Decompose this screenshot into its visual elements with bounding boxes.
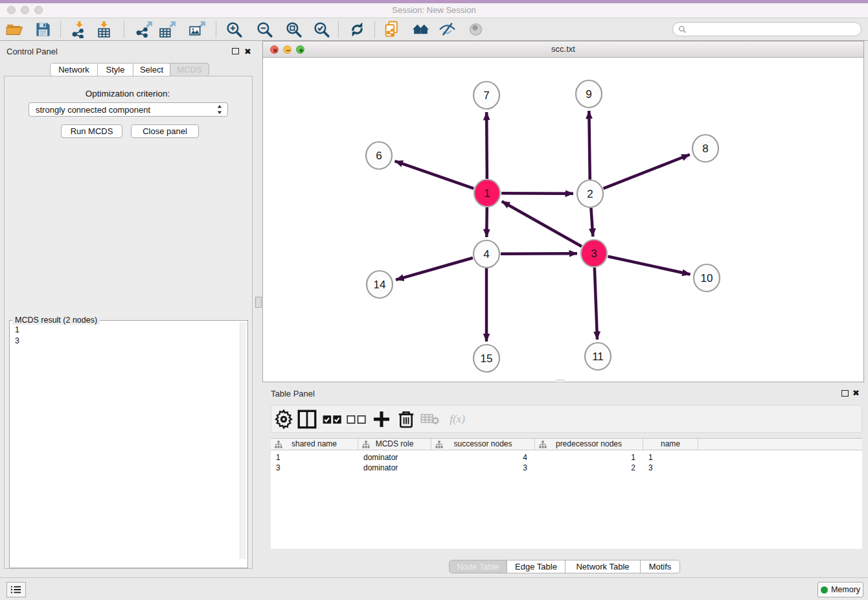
graph-edge-3-10[interactable] (608, 257, 690, 275)
graph-edge-1-6[interactable] (395, 161, 474, 189)
mcds-result-scrollbar[interactable] (240, 322, 246, 559)
run-mcds-button[interactable]: Run MCDS (61, 124, 122, 138)
mcds-result-text[interactable]: 1 3 (10, 321, 247, 568)
graph-node-10[interactable]: 10 (694, 264, 720, 292)
graph-edge-2-3[interactable] (591, 208, 593, 237)
tab-mcds[interactable]: MCDS (170, 63, 209, 76)
table-toolbar: f(x) (271, 405, 862, 433)
tab-node-table[interactable]: Node Table (449, 560, 507, 573)
graph-node-4[interactable]: 4 (474, 240, 499, 268)
tab-select[interactable]: Select (133, 63, 170, 76)
tab-edge-table[interactable]: Edge Table (507, 560, 565, 573)
network-maximize-button[interactable] (296, 45, 304, 54)
show-columns-icon[interactable] (297, 410, 317, 428)
graph-node-9[interactable]: 9 (576, 80, 602, 108)
graph-node-2[interactable]: 2 (577, 180, 603, 207)
graph-edge-3-1[interactable] (502, 202, 582, 246)
graph-node-6[interactable]: 6 (366, 142, 392, 169)
table-settings-gear-icon[interactable] (274, 410, 293, 428)
control-panel-float-icon[interactable] (232, 48, 239, 54)
column-header-predecessor-nodes[interactable]: predecessor nodes (535, 439, 643, 450)
import-table-icon[interactable] (93, 19, 114, 39)
tab-network[interactable]: Network (50, 63, 98, 76)
save-session-icon[interactable] (32, 19, 53, 39)
graph-node-14[interactable]: 14 (367, 271, 393, 298)
graph-edge-4-14[interactable] (396, 258, 473, 280)
graph-node-1[interactable]: 1 (474, 179, 500, 207)
graph-edge-1-2[interactable] (501, 193, 573, 194)
graph-edge-1-7[interactable] (486, 112, 487, 179)
network-window-title: scc.txt (263, 41, 863, 57)
close-window-button[interactable] (7, 6, 16, 14)
svg-text:8: 8 (702, 143, 708, 155)
titlebar: Session: New Session (0, 3, 868, 18)
export-image-icon[interactable] (187, 19, 207, 39)
minimize-window-button[interactable] (21, 6, 29, 14)
refresh-icon[interactable] (347, 19, 367, 39)
delete-row-trash-icon[interactable] (396, 410, 416, 428)
network-resize-grip[interactable] (556, 380, 565, 382)
memory-button[interactable]: Memory (817, 582, 863, 597)
search-field[interactable] (672, 22, 862, 36)
tab-network-table[interactable]: Network Table (565, 560, 641, 573)
zoom-window-button[interactable] (34, 6, 43, 14)
panel-splitter-grip[interactable] (255, 297, 262, 308)
node-table-body: 1 dominator 4 1 1 3 dominator 3 2 3 (271, 450, 862, 549)
graph-node-8[interactable]: 8 (692, 135, 718, 162)
column-header-successor-nodes[interactable]: successor nodes (431, 439, 535, 450)
search-input[interactable] (687, 25, 861, 34)
svg-text:14: 14 (374, 279, 386, 291)
console-list-icon (10, 584, 23, 595)
delete-table-icon[interactable] (420, 410, 440, 428)
graph-node-7[interactable]: 7 (474, 82, 499, 109)
add-row-icon[interactable] (372, 410, 391, 428)
zoom-fit-content-icon[interactable] (283, 19, 304, 39)
graph-node-3[interactable]: 3 (581, 240, 607, 267)
import-network-icon[interactable] (69, 19, 89, 39)
graph-edge-4-3[interactable] (501, 253, 577, 254)
close-panel-button[interactable]: Close panel (131, 124, 199, 138)
zoom-out-icon[interactable] (254, 19, 275, 39)
export-network-icon[interactable] (133, 19, 154, 39)
tab-motifs[interactable]: Motifs (641, 560, 680, 573)
tab-style[interactable]: Style (98, 63, 133, 76)
network-close-button[interactable] (270, 45, 279, 54)
hide-selected-eye-slash-icon[interactable] (437, 19, 457, 39)
toolbar-separator (124, 21, 124, 38)
graph-edge-2-8[interactable] (603, 155, 689, 189)
network-window-titlebar[interactable]: scc.txt (263, 41, 863, 58)
column-header-mcds-role[interactable]: MCDS role (358, 439, 431, 450)
graph-node-15[interactable]: 15 (474, 345, 499, 372)
zoom-in-icon[interactable] (223, 19, 244, 39)
svg-text:2: 2 (587, 188, 593, 200)
zoom-selected-icon[interactable] (311, 19, 332, 39)
show-hidden-eye-icon[interactable] (465, 19, 486, 39)
toolbar-separator (60, 21, 61, 38)
network-view-window: scc.txt 7968123414101511 (262, 41, 864, 382)
table-panel-float-icon[interactable] (841, 390, 849, 397)
select-all-columns-icon[interactable] (323, 410, 342, 428)
network-canvas[interactable]: 7968123414101511 (263, 58, 863, 382)
column-header-name[interactable]: name (643, 439, 698, 450)
graph-edge-3-11[interactable] (595, 268, 597, 340)
control-panel-close-icon[interactable]: ✖ (244, 48, 251, 56)
console-button[interactable] (6, 582, 26, 597)
table-panel-close-icon[interactable]: ✖ (852, 389, 860, 397)
open-session-icon[interactable] (4, 19, 25, 39)
svg-text:1: 1 (484, 187, 490, 200)
table-panel-title: Table Panel (271, 389, 315, 398)
clone-network-icon[interactable] (381, 19, 402, 39)
home-icon[interactable] (410, 19, 431, 39)
column-type-icon (275, 441, 282, 448)
mcds-result-group: MCDS result (2 nodes) 1 3 (9, 320, 248, 568)
function-builder-icon[interactable]: f(x) (445, 410, 470, 428)
column-header-shared-name[interactable]: shared name (271, 439, 358, 450)
optimization-criterion-select[interactable]: strongly connected component (29, 102, 228, 117)
graph-node-11[interactable]: 11 (585, 343, 611, 370)
deselect-all-columns-icon[interactable] (347, 410, 366, 428)
application-window: Session: New Session Control Panel ✖ Ne (0, 0, 868, 600)
network-minimize-button[interactable] (283, 45, 291, 54)
graph-edge-2-9[interactable] (589, 111, 589, 179)
status-bar: Memory (0, 577, 868, 600)
export-table-icon[interactable] (157, 19, 177, 39)
